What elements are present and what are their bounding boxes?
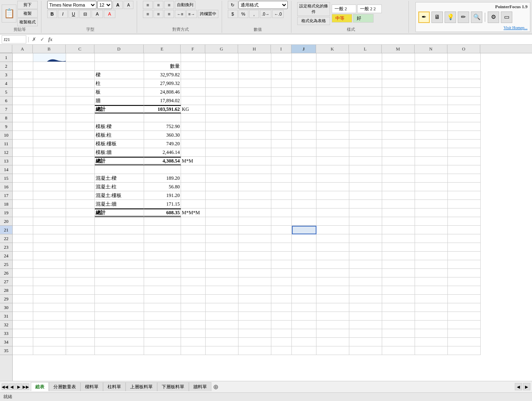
- cell-I14[interactable]: [271, 165, 292, 174]
- cell-I13[interactable]: [271, 157, 292, 165]
- row-header-11[interactable]: 11: [0, 140, 12, 148]
- sheet-tab-zhu[interactable]: 柱料單: [103, 382, 126, 391]
- cell-I11[interactable]: [271, 140, 292, 148]
- cell-M6[interactable]: [382, 96, 415, 105]
- cell-M7[interactable]: [382, 105, 415, 114]
- row-header-18[interactable]: 18: [0, 200, 12, 209]
- cell-H17[interactable]: [238, 191, 271, 200]
- col-header-M[interactable]: M: [382, 45, 415, 53]
- cell-G17[interactable]: [206, 191, 238, 200]
- cell-G20[interactable]: [206, 217, 238, 226]
- cell-A9[interactable]: [13, 122, 33, 131]
- increase-decimal-button[interactable]: .0→: [260, 10, 271, 18]
- increase-indent-button[interactable]: ≡→: [186, 10, 197, 18]
- cell-O10[interactable]: [448, 131, 481, 140]
- cell-E2[interactable]: 數量: [144, 62, 181, 71]
- cell-G2[interactable]: [206, 62, 238, 71]
- cell-I2[interactable]: [271, 62, 292, 71]
- row-header-8[interactable]: 8: [0, 114, 12, 122]
- sheet-tab-liao[interactable]: 樑料單: [80, 382, 103, 391]
- col-header-O[interactable]: O: [447, 45, 480, 53]
- cell-D3[interactable]: 樑: [95, 71, 144, 79]
- cell-L15[interactable]: [349, 174, 382, 183]
- cell-F8[interactable]: [181, 114, 206, 122]
- conditional-format-button[interactable]: 設定格式化的條件: [297, 2, 330, 16]
- cell-M8[interactable]: [382, 114, 415, 122]
- row-header-3[interactable]: 3: [0, 71, 12, 79]
- cell-O18[interactable]: [448, 200, 481, 209]
- cell-L18[interactable]: [349, 200, 382, 209]
- row-header-7[interactable]: 7: [0, 105, 12, 114]
- cell-H9[interactable]: [238, 122, 271, 131]
- cell-O7[interactable]: [448, 105, 481, 114]
- cell-M5[interactable]: [382, 88, 415, 96]
- cell-G1[interactable]: [206, 53, 238, 62]
- cell-B8[interactable]: [33, 114, 66, 122]
- align-right-button[interactable]: ≡: [164, 10, 174, 18]
- cell-M21[interactable]: [382, 226, 415, 234]
- border-button[interactable]: ⊟: [79, 10, 91, 18]
- cell-J12[interactable]: [292, 148, 316, 157]
- cell-G10[interactable]: [206, 131, 238, 140]
- cell-E7[interactable]: 103,591.62: [144, 105, 181, 114]
- font-size-select[interactable]: 12: [97, 1, 112, 9]
- cell-D5[interactable]: 板: [95, 88, 144, 96]
- increase-font-button[interactable]: A: [113, 1, 123, 9]
- select-all-button[interactable]: [0, 45, 12, 53]
- cell-B21[interactable]: [33, 226, 66, 234]
- cell-E1[interactable]: [144, 53, 181, 62]
- cell-I21[interactable]: [271, 226, 292, 234]
- row-header-12[interactable]: 12: [0, 148, 12, 157]
- cell-M11[interactable]: [382, 140, 415, 148]
- cell-K14[interactable]: [316, 165, 349, 174]
- cell-H3[interactable]: [238, 71, 271, 79]
- cell-H19[interactable]: [238, 209, 271, 217]
- col-header-I[interactable]: I: [271, 45, 291, 53]
- cell-D1[interactable]: [95, 53, 144, 62]
- cell-H15[interactable]: [238, 174, 271, 183]
- cell-B1[interactable]: 展志工程: [33, 53, 66, 62]
- cell-C21[interactable]: [66, 226, 95, 234]
- row-header-16[interactable]: 16: [0, 183, 12, 191]
- cell-J14[interactable]: [292, 165, 316, 174]
- confirm-formula-icon[interactable]: ✓: [39, 37, 46, 43]
- cell-A10[interactable]: [13, 131, 33, 140]
- cancel-formula-icon[interactable]: ✗: [31, 37, 37, 43]
- cell-L10[interactable]: [349, 131, 382, 140]
- cell-I1[interactable]: [271, 53, 292, 62]
- cell-D20[interactable]: [95, 217, 144, 226]
- cell-A21[interactable]: [13, 226, 33, 234]
- cell-B3[interactable]: [33, 71, 66, 79]
- row-header-23[interactable]: 23: [0, 243, 12, 252]
- cell-E9[interactable]: 752.90: [144, 122, 181, 131]
- sheet-tab-zongbiao[interactable]: 総表: [31, 382, 49, 391]
- cell-M1[interactable]: [382, 53, 415, 62]
- rotate-button[interactable]: ↻: [228, 1, 238, 9]
- col-header-L[interactable]: L: [349, 45, 382, 53]
- cell-G5[interactable]: [206, 88, 238, 96]
- cell-J19[interactable]: [292, 209, 316, 217]
- pf-icon-screen[interactable]: 🖥: [431, 11, 443, 23]
- cell-O2[interactable]: [448, 62, 481, 71]
- cell-H5[interactable]: [238, 88, 271, 96]
- cell-I7[interactable]: [271, 105, 292, 114]
- cell-O21[interactable]: [448, 226, 481, 234]
- cell-C10[interactable]: [66, 131, 95, 140]
- cell-L20[interactable]: [349, 217, 382, 226]
- cell-F15[interactable]: [181, 174, 206, 183]
- cell-G7[interactable]: [206, 105, 238, 114]
- row-header-10[interactable]: 10: [0, 131, 12, 140]
- cell-L21[interactable]: [349, 226, 382, 234]
- col-header-H[interactable]: H: [238, 45, 271, 53]
- cell-N7[interactable]: [415, 105, 448, 114]
- cell-B15[interactable]: [33, 174, 66, 183]
- align-center-button[interactable]: ≡: [154, 10, 163, 18]
- cell-M10[interactable]: [382, 131, 415, 140]
- sheet-tab-shangban[interactable]: 上層板料單: [126, 382, 157, 391]
- cell-N21[interactable]: [415, 226, 448, 234]
- scroll-left-button[interactable]: ◀: [515, 383, 522, 390]
- font-name-select[interactable]: Times New Roma: [47, 1, 96, 9]
- cell-C4[interactable]: [66, 79, 95, 88]
- col-header-E[interactable]: E: [144, 45, 181, 53]
- cell-F2[interactable]: [181, 62, 206, 71]
